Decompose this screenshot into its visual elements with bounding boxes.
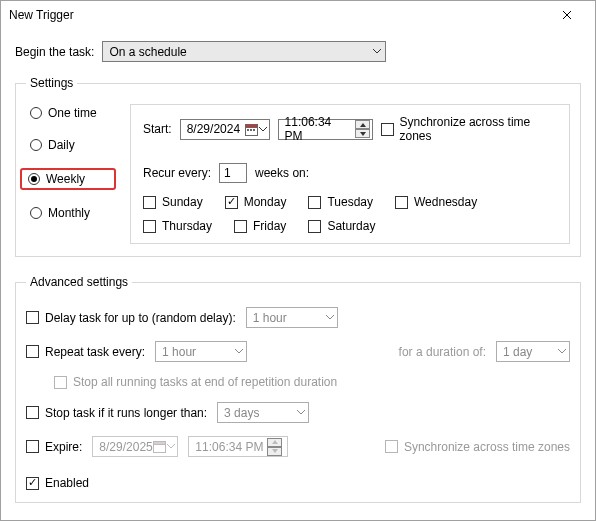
- day-monday[interactable]: Monday: [225, 195, 287, 209]
- recur-input[interactable]: 1: [219, 163, 247, 183]
- checkbox-icon: [385, 440, 398, 453]
- radio-monthly[interactable]: Monthly: [26, 204, 116, 222]
- expire-checkbox[interactable]: Expire:: [26, 440, 82, 454]
- radio-one-time[interactable]: One time: [26, 104, 116, 122]
- enabled-label: Enabled: [45, 476, 89, 490]
- checkbox-icon: [26, 406, 39, 419]
- start-date-value: 8/29/2024: [187, 122, 240, 136]
- begin-task-row: Begin the task: On a schedule: [15, 41, 581, 62]
- day-sunday[interactable]: Sunday: [143, 195, 203, 209]
- svg-rect-6: [154, 442, 166, 445]
- repeat-dropdown[interactable]: 1 hour: [155, 341, 247, 362]
- start-time-value: 11:06:34 PM: [285, 115, 352, 143]
- calendar-icon: [153, 440, 166, 453]
- stop-all-label: Stop all running tasks at end of repetit…: [73, 375, 337, 389]
- radio-daily[interactable]: Daily: [26, 136, 116, 154]
- recur-row: Recur every: 1 weeks on:: [143, 163, 557, 183]
- repeat-row: Repeat task every: 1 hour for a duration…: [26, 341, 570, 362]
- repeat-value: 1 hour: [162, 345, 196, 359]
- expire-sync-checkbox: Synchronize across time zones: [385, 440, 570, 454]
- checkbox-icon: [26, 440, 39, 453]
- day-tuesday[interactable]: Tuesday: [308, 195, 373, 209]
- checkbox-icon: [308, 220, 321, 233]
- checkbox-icon: [225, 196, 238, 209]
- day-sunday-label: Sunday: [162, 195, 203, 209]
- duration-label: for a duration of:: [399, 345, 486, 359]
- spin-down-icon: [267, 447, 282, 456]
- delay-dropdown[interactable]: 1 hour: [246, 307, 338, 328]
- delay-checkbox[interactable]: Delay task for up to (random delay):: [26, 311, 236, 325]
- checkbox-icon: [26, 345, 39, 358]
- delay-value: 1 hour: [253, 311, 287, 325]
- spin-up-icon: [267, 438, 282, 447]
- recur-label: Recur every:: [143, 166, 211, 180]
- checkbox-icon: [143, 196, 156, 209]
- day-friday-label: Friday: [253, 219, 286, 233]
- spin-down-icon[interactable]: [355, 129, 370, 138]
- recur-unit: weeks on:: [255, 166, 309, 180]
- close-icon: [562, 10, 572, 20]
- radio-weekly-label: Weekly: [46, 172, 85, 186]
- stop-all-row: Stop all running tasks at end of repetit…: [54, 375, 570, 389]
- chevron-down-icon: [297, 410, 305, 415]
- repeat-label: Repeat task every:: [45, 345, 145, 359]
- close-button[interactable]: [547, 1, 587, 29]
- start-time-picker[interactable]: 11:06:34 PM: [278, 119, 374, 140]
- start-row: Start: 8/29/2024 11:06:34 PM: [143, 115, 557, 143]
- expire-row: Expire: 8/29/2025 11:06:34 PM Synchroniz…: [26, 436, 570, 457]
- duration-dropdown[interactable]: 1 day: [496, 341, 570, 362]
- expire-date-picker[interactable]: 8/29/2025: [92, 436, 178, 457]
- chevron-down-icon: [558, 349, 566, 354]
- expire-label: Expire:: [45, 440, 82, 454]
- expire-sync-label: Synchronize across time zones: [404, 440, 570, 454]
- checkbox-icon: [381, 123, 393, 136]
- time-spinner[interactable]: [267, 438, 282, 456]
- enabled-row: Enabled: [26, 476, 570, 490]
- new-trigger-dialog: New Trigger Begin the task: On a schedul…: [0, 0, 596, 521]
- delay-label: Delay task for up to (random delay):: [45, 311, 236, 325]
- start-date-picker[interactable]: 8/29/2024: [180, 119, 270, 140]
- days-grid: Sunday Monday Tuesday Wednesday Thursday…: [143, 195, 557, 233]
- chevron-down-icon: [259, 127, 267, 132]
- begin-task-label: Begin the task:: [15, 45, 94, 59]
- radio-icon: [30, 207, 42, 219]
- sync-timezones-checkbox[interactable]: Synchronize across time zones: [381, 115, 557, 143]
- stop-long-value: 3 days: [224, 406, 259, 420]
- svg-rect-4: [253, 129, 255, 131]
- day-thursday-label: Thursday: [162, 219, 212, 233]
- day-friday[interactable]: Friday: [234, 219, 286, 233]
- checkbox-icon: [143, 220, 156, 233]
- radio-monthly-label: Monthly: [48, 206, 90, 220]
- checkbox-icon: [234, 220, 247, 233]
- day-wednesday[interactable]: Wednesday: [395, 195, 477, 209]
- svg-rect-3: [250, 129, 252, 131]
- stop-long-checkbox[interactable]: Stop task if it runs longer than:: [26, 406, 207, 420]
- time-spinner[interactable]: [355, 120, 370, 138]
- checkbox-icon: [54, 376, 67, 389]
- radio-weekly[interactable]: Weekly: [20, 168, 116, 190]
- calendar-icon: [245, 123, 258, 136]
- titlebar: New Trigger: [1, 1, 595, 29]
- day-saturday[interactable]: Saturday: [308, 219, 375, 233]
- spin-up-icon[interactable]: [355, 120, 370, 129]
- dialog-content: Begin the task: On a schedule Settings O…: [1, 29, 595, 521]
- radio-icon: [30, 107, 42, 119]
- frequency-column: One time Daily Weekly Monthly: [26, 104, 116, 244]
- repeat-checkbox[interactable]: Repeat task every:: [26, 345, 145, 359]
- stop-all-checkbox: Stop all running tasks at end of repetit…: [54, 375, 337, 389]
- day-thursday[interactable]: Thursday: [143, 219, 212, 233]
- radio-one-time-label: One time: [48, 106, 97, 120]
- day-saturday-label: Saturday: [327, 219, 375, 233]
- stop-long-dropdown[interactable]: 3 days: [217, 402, 309, 423]
- checkbox-icon: [26, 477, 39, 490]
- enabled-checkbox[interactable]: Enabled: [26, 476, 89, 490]
- settings-group: Settings One time Daily Weekly: [15, 76, 581, 257]
- expire-date-value: 8/29/2025: [99, 440, 152, 454]
- advanced-legend: Advanced settings: [26, 275, 132, 289]
- begin-task-dropdown[interactable]: On a schedule: [102, 41, 386, 62]
- svg-rect-1: [245, 124, 257, 127]
- expire-time-picker[interactable]: 11:06:34 PM: [188, 436, 288, 457]
- chevron-down-icon: [326, 315, 334, 320]
- settings-detail: Start: 8/29/2024 11:06:34 PM: [130, 104, 570, 244]
- sync-timezones-label: Synchronize across time zones: [400, 115, 557, 143]
